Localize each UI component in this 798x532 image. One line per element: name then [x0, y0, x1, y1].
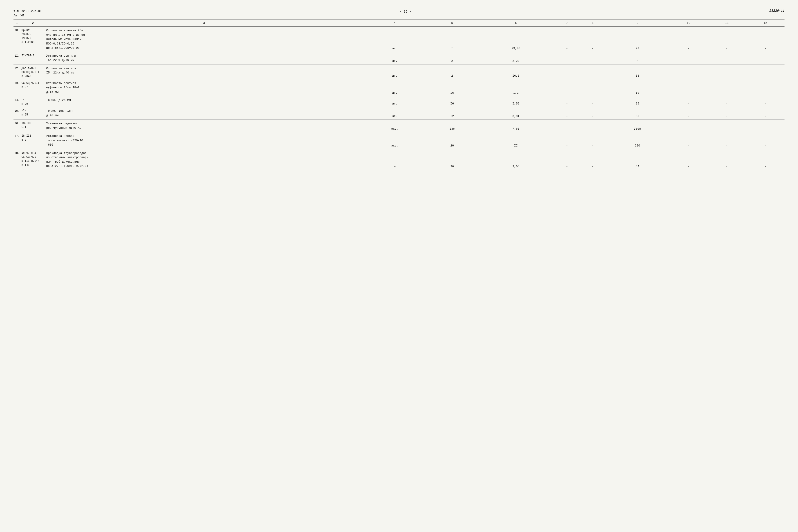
row-col10: - — [669, 64, 708, 79]
col-header-9: 9 — [605, 20, 669, 26]
row-quantity: I6 — [427, 79, 478, 96]
row-reference: I8-II3 5-2 — [20, 132, 45, 149]
row-col11: - — [708, 79, 746, 96]
row-unit: шт. — [363, 79, 427, 96]
row-number: I7. — [14, 132, 20, 149]
row-col10: - — [669, 119, 708, 132]
row-unit-price: 7,66 — [478, 119, 554, 132]
col-header-3: 3 — [45, 20, 363, 26]
row-total: 4I — [605, 149, 669, 170]
row-col11: - — [708, 119, 746, 132]
row-quantity: 20 — [427, 132, 478, 149]
main-table: I 2 3 4 5 6 7 8 9 IO II I2 IO.Пр-нт 23-0… — [14, 20, 784, 170]
row-total: 36 — [605, 107, 669, 119]
col-header-2: 2 — [20, 20, 45, 26]
row-unit: шт. — [363, 64, 427, 79]
row-col12: - — [746, 107, 784, 119]
row-reference: ССРСЦ ч.III п.97 — [20, 79, 45, 96]
table-row: I8.I6-67 8-2 ССРСЦ ч.I р.III п.I44 п.I4I… — [14, 149, 784, 170]
row-unit: шт. — [363, 107, 427, 119]
row-unit: шт. — [363, 52, 427, 64]
row-col7: - — [554, 119, 580, 132]
col-header-6: 6 — [478, 20, 554, 26]
row-unit: шт. — [363, 26, 427, 52]
row-number: I8. — [14, 149, 20, 170]
row-col8: - — [580, 52, 605, 64]
doc-ref-line2: Ал. УП — [14, 14, 42, 18]
row-col7: - — [554, 132, 580, 149]
col-header-11: II — [708, 20, 746, 26]
row-number: I5. — [14, 107, 20, 119]
row-col8: - — [580, 149, 605, 170]
col-header-7: 7 — [554, 20, 580, 26]
row-quantity: I — [427, 26, 478, 52]
row-col12: - — [746, 26, 784, 52]
row-quantity: I2 — [427, 107, 478, 119]
row-description: Установка вентиля I5с 22нж д.40 мм — [45, 52, 363, 64]
col-header-10: IO — [669, 20, 708, 26]
doc-number: 23226-11 — [769, 9, 784, 18]
row-col8: - — [580, 107, 605, 119]
row-unit-price: I,59 — [478, 96, 554, 107]
row-col12: - — [746, 96, 784, 107]
row-col10: - — [669, 96, 708, 107]
row-col12: - — [746, 64, 784, 79]
row-col10: - — [669, 107, 708, 119]
table-row: I7.I8-II3 5-2Установка конвек- торов выс… — [14, 132, 784, 149]
col-header-8: 8 — [580, 20, 605, 26]
row-col10: - — [669, 52, 708, 64]
row-unit-price: I,2 — [478, 79, 554, 96]
row-col10: - — [669, 26, 708, 52]
row-quantity: 20 — [427, 149, 478, 170]
row-col8: - — [580, 119, 605, 132]
row-col11: - — [708, 26, 746, 52]
row-col7: - — [554, 64, 580, 79]
row-unit: шт. — [363, 96, 427, 107]
table-row: I4.-"- п.99То же, д.25 ммшт.I6I,59--25--… — [14, 96, 784, 107]
row-number: I4. — [14, 96, 20, 107]
row-total: 25 — [605, 96, 669, 107]
row-col11: - — [708, 107, 746, 119]
row-col11: - — [708, 96, 746, 107]
row-description: Установка конвек- торов высоких КВ20-IO … — [45, 132, 363, 149]
row-col7: - — [554, 149, 580, 170]
row-number: IO. — [14, 26, 20, 52]
row-description: То же, I5кч I8п д.40 мм — [45, 107, 363, 119]
row-quantity: I6 — [427, 96, 478, 107]
row-quantity: 236 — [427, 119, 478, 132]
row-number: I6. — [14, 119, 20, 132]
row-reference: Пр-нт 23-07- I980/2 п.I-2388 — [20, 26, 45, 52]
row-total: 220 — [605, 132, 669, 149]
row-col11: - — [708, 132, 746, 149]
row-description: Стоимость вентиля I5ч 22нж д.40 мм — [45, 64, 363, 79]
row-col8: - — [580, 64, 605, 79]
row-col10: - — [669, 149, 708, 170]
row-number: II. — [14, 52, 20, 64]
table-row: I2.Доп.вып.I ССРСЦ ч.III п.2049Стоимость… — [14, 64, 784, 79]
row-total: 93 — [605, 26, 669, 52]
row-quantity: 2 — [427, 64, 478, 79]
row-unit-price: 93,08 — [478, 26, 554, 52]
header-left: т.п 291-8-23с.88 Ал. УП — [14, 9, 42, 18]
row-col8: - — [580, 96, 605, 107]
row-unit-price: II — [478, 132, 554, 149]
row-unit-price: 2,04 — [478, 149, 554, 170]
col-header-4: 4 — [363, 20, 427, 26]
row-col10: - — [669, 79, 708, 96]
col-header-5: 5 — [427, 20, 478, 26]
table-row: IO.Пр-нт 23-07- I980/2 п.I-2388Стоимость… — [14, 26, 784, 52]
col-header-12: I2 — [746, 20, 784, 26]
col-header-1: I — [14, 20, 20, 26]
row-total: I9 — [605, 79, 669, 96]
page-header: т.п 291-8-23с.88 Ал. УП - 85 - 23226-11 — [14, 9, 784, 18]
row-col10: - — [669, 132, 708, 149]
row-col8: - — [580, 26, 605, 52]
row-col12: - — [746, 52, 784, 64]
row-total: 33 — [605, 64, 669, 79]
row-col7: - — [554, 79, 580, 96]
row-col7: - — [554, 107, 580, 119]
row-col7: - — [554, 26, 580, 52]
table-row: I6.I8-I09 5-IУстановка радиато- ров чугу… — [14, 119, 784, 132]
table-row: II.I2-79I-2Установка вентиля I5с 22нж д.… — [14, 52, 784, 64]
row-col12: - — [746, 132, 784, 149]
